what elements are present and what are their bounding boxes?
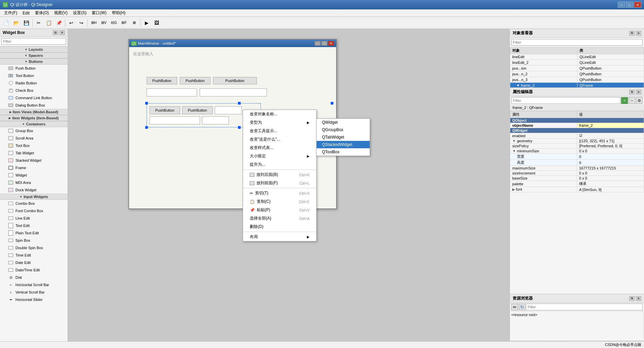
widget-item-font-combo-box[interactable]: Font Combo Box — [0, 207, 68, 215]
tb-copy[interactable]: 📋 — [44, 18, 53, 28]
obj-row-pushbtn3[interactable]: pus...n_3 QPushButton — [510, 77, 644, 83]
frame-lineedit-2[interactable] — [150, 116, 200, 124]
prop-objectname-value[interactable]: frame_2 — [577, 123, 644, 128]
prop-width-value[interactable]: 0 — [577, 154, 644, 160]
design-line-edit-2[interactable] — [200, 88, 267, 96]
design-pushbutton-3[interactable]: PushButton — [213, 77, 257, 84]
obj-row-pushbtn[interactable]: pus...ton QPushButton — [510, 66, 644, 71]
prop-enabled-value[interactable]: ☑ — [577, 133, 644, 139]
tb-new[interactable]: 📄 — [1, 18, 11, 28]
widget-item-scroll-area[interactable]: Scroll Area — [0, 134, 68, 142]
resource-refresh-btn[interactable]: ↻ — [519, 304, 525, 310]
prop-configure-button[interactable]: ⚙ — [636, 97, 643, 104]
obj-row-lineedit2[interactable]: lineEdit_2 QLineEdit — [510, 60, 644, 66]
prop-font-expand[interactable]: ▶ — [512, 187, 515, 191]
prop-remove-button[interactable]: − — [629, 97, 635, 104]
widget-item-tab-widget[interactable]: Tab Widget — [0, 149, 68, 157]
category-buttons[interactable]: ▼ Buttons — [0, 59, 68, 65]
menu-settings[interactable]: 设置(S) — [70, 9, 89, 16]
prop-row-basesize[interactable]: baseSize 0 x 0 — [510, 176, 644, 181]
prop-row-minsize[interactable]: ▼ minimumSize 0 x 0 — [510, 149, 644, 154]
prop-filter-input[interactable] — [511, 97, 620, 104]
prop-row-geometry[interactable]: ▼ geometry [(120, 322), 451 x 71] — [510, 139, 644, 144]
tb-layout-grid[interactable]: ⊟G — [109, 18, 119, 28]
prop-row-objectname[interactable]: objectName frame_2 — [510, 123, 644, 128]
ctx-size-constraint[interactable]: 大小限定 ▶ — [243, 152, 316, 160]
dw-max-btn[interactable]: □ — [321, 41, 327, 46]
tb-paste[interactable]: 📌 — [54, 18, 64, 28]
ctx-paste[interactable]: 📌 粘贴(P) Ctrl+V — [243, 206, 316, 214]
widget-item-hscrollbar[interactable]: ↔ Horizontal Scroll Bar — [0, 281, 68, 288]
tb-save[interactable]: 💾 — [22, 18, 31, 28]
tb-redo[interactable]: ↪ — [77, 18, 86, 28]
ctx-promote[interactable]: 提升为... — [243, 160, 316, 169]
widget-item-tool-button[interactable]: T Tool Button — [0, 72, 68, 79]
ctx-tooltip[interactable]: 改变工具提示... — [243, 127, 316, 135]
prop-geometry-expand[interactable]: ▼ — [512, 139, 516, 143]
maximize-button[interactable]: □ — [626, 2, 633, 8]
category-input-widgets[interactable]: ▼ Input Widgets — [0, 194, 68, 200]
widget-item-dial[interactable]: ⊙ Dial — [0, 274, 68, 281]
tb-preview[interactable]: ▶ — [142, 18, 151, 28]
category-item-widgets[interactable]: ▶ Item Widgets (Item-Based) — [0, 115, 68, 121]
ctx-whatsthis[interactable]: 改变"这是什么"... — [243, 135, 316, 144]
submenu-qtoolbox[interactable]: QToolBox — [317, 148, 370, 156]
widget-item-text-edit[interactable]: Text Edit — [0, 222, 68, 229]
tb-image[interactable]: 🖼 — [152, 18, 161, 28]
widget-item-stacked-widget[interactable]: Stacked Widget — [0, 157, 68, 164]
obj-inspector-float[interactable]: ⧉ — [629, 31, 635, 36]
tb-undo[interactable]: ↩ — [67, 18, 76, 28]
widget-item-combo-box[interactable]: Combo Box — [0, 200, 68, 207]
submenu-qgroupbox[interactable]: QGroupBox — [317, 126, 370, 133]
resource-filter-input[interactable] — [526, 304, 643, 310]
widget-item-datetime-edit[interactable]: Date/Time Edit — [0, 266, 68, 274]
widget-item-widget[interactable]: Widget — [0, 171, 68, 179]
ctx-copy[interactable]: 📋 复制(C) Ctrl+C — [243, 197, 316, 206]
widget-item-double-spin-box[interactable]: Double Spin Box — [0, 244, 68, 252]
widget-item-dock-widget[interactable]: Dock Widget — [0, 186, 68, 194]
menu-help[interactable]: 帮助(H) — [109, 9, 128, 16]
widget-box-float[interactable]: ⧉ — [53, 30, 58, 35]
prop-row-width[interactable]: 宽度 0 — [510, 154, 644, 160]
category-spacers[interactable]: ▼ Spacers — [0, 52, 68, 59]
close-button[interactable]: ✕ — [634, 2, 641, 8]
prop-editor-float[interactable]: ⧉ — [629, 90, 635, 94]
frame-pushbutton-1[interactable]: PushButton — [150, 106, 180, 114]
prop-minsize-expand[interactable]: ▼ — [512, 149, 516, 153]
ctx-stylesheet[interactable]: 改变样式表... — [243, 144, 316, 152]
widget-item-command-link[interactable]: Command Link Button — [0, 94, 68, 102]
design-pushbutton-1[interactable]: PushButton — [147, 77, 177, 84]
dw-min-btn[interactable]: ─ — [315, 41, 321, 46]
ctx-raise[interactable]: 放到前面(F) Ctrl+L — [243, 179, 316, 187]
tb-break-layout[interactable]: ⊠ — [129, 18, 139, 28]
widget-item-frame[interactable]: Frame — [0, 164, 68, 171]
widget-item-push-button[interactable]: Push Button — [0, 65, 68, 72]
widget-search-input[interactable] — [1, 38, 66, 45]
resource-browser-float[interactable]: ⧉ — [629, 296, 635, 301]
prop-row-font[interactable]: ▶ font A [SimSun, 9] — [510, 187, 644, 192]
designer-canvas[interactable]: Qt MainWindow - untitled* ─ □ ✕ 在这里输入 Pu… — [68, 29, 510, 348]
tb-layout-v[interactable]: ⊞V — [99, 18, 109, 28]
ctx-delete[interactable]: 删除(D) — [243, 223, 316, 231]
tb-layout-form[interactable]: ⊞F — [119, 18, 129, 28]
ctx-rename[interactable]: 改变对象名称... — [243, 110, 316, 118]
prop-row-sizepolicy[interactable]: sizePolicy [Preferred, Preferred, 0, 0] — [510, 144, 644, 149]
dw-close-btn[interactable]: ✕ — [328, 41, 334, 46]
category-layouts[interactable]: ▼ Layouts — [0, 46, 68, 52]
frame-pushbutton-2[interactable]: PushButton — [182, 106, 213, 114]
obj-row-pushbtn2[interactable]: pus...n_2 QPushButton — [510, 71, 644, 77]
menu-file[interactable]: 文件(F) — [1, 9, 20, 16]
widget-item-plain-text-edit[interactable]: Plain Text Edit — [0, 229, 68, 237]
menu-window[interactable]: 窗口(W) — [89, 9, 109, 16]
prop-height-value[interactable]: 0 — [577, 160, 644, 166]
widget-item-mdi-area[interactable]: MDI Area — [0, 179, 68, 186]
prop-row-palette[interactable]: palette 继承 — [510, 181, 644, 187]
resource-browser-close[interactable]: ✕ — [636, 296, 641, 301]
prop-row-height[interactable]: 高度 0 — [510, 160, 644, 166]
submenu-qstackedwidget[interactable]: QStackedWidget — [317, 141, 370, 148]
frame-lineedit-1[interactable] — [215, 106, 242, 114]
category-item-views[interactable]: ▶ Item Views (Model-Based) — [0, 109, 68, 115]
obj-inspector-filter[interactable] — [511, 39, 643, 46]
widget-item-check-box[interactable]: Check Box — [0, 87, 68, 94]
prop-row-enabled[interactable]: enabled ☑ — [510, 133, 644, 139]
